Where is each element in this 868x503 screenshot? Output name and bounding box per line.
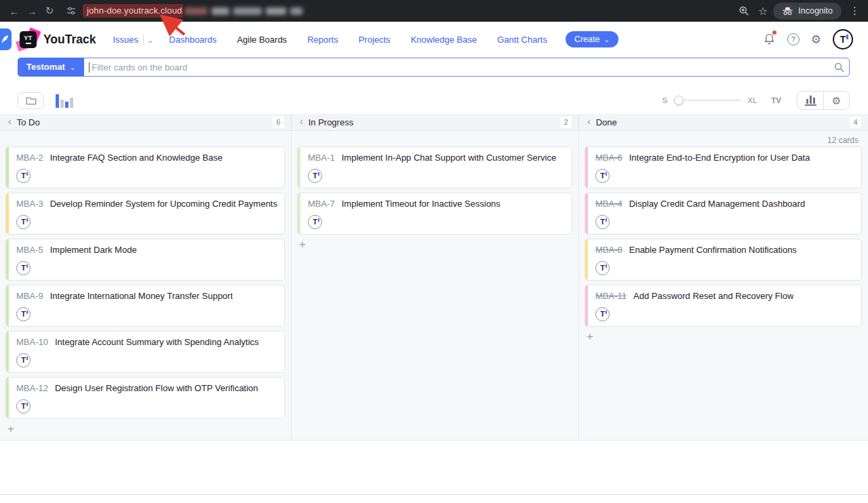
nav-projects[interactable]: Projects xyxy=(359,35,391,45)
card-mba-12[interactable]: MBA-12Design User Registration Flow with… xyxy=(5,377,285,419)
extension-feather-icon[interactable] xyxy=(0,28,12,50)
card-mba-8[interactable]: MBA-8Enable Payment Confirmation Notific… xyxy=(585,239,862,281)
card-mba-11[interactable]: MBA-11Add Password Reset and Recovery Fl… xyxy=(585,285,862,327)
search-icon[interactable] xyxy=(829,58,849,76)
card-title[interactable]: Design User Registration Flow with OTP V… xyxy=(55,383,258,393)
filter-cards-input[interactable]: Filter cards on the board xyxy=(84,62,829,73)
card-id[interactable]: MBA-4 xyxy=(595,199,623,209)
board-selector-button[interactable]: Testomat ⌄ xyxy=(18,58,84,77)
incognito-label: Incognito xyxy=(798,6,833,16)
slider-thumb[interactable] xyxy=(674,96,684,105)
user-avatar[interactable]: T xyxy=(833,29,853,49)
nav-dashboards[interactable]: Dashboards xyxy=(169,35,216,45)
card-id[interactable]: MBA-2 xyxy=(16,153,43,163)
card-id[interactable]: MBA-11 xyxy=(595,291,627,301)
card-title[interactable]: Implement Timeout for Inactive Sessions xyxy=(342,199,500,209)
assignee-avatar[interactable]: T xyxy=(16,215,31,229)
browser-menu-icon[interactable]: ⋮ xyxy=(847,5,863,17)
bookmark-star-icon[interactable]: ☆ xyxy=(758,5,768,18)
tv-mode-button[interactable]: TV xyxy=(771,96,781,104)
column-header-in-progress[interactable]: ‹In Progress2 xyxy=(291,114,578,130)
column-header-to-do[interactable]: ‹To Do6 xyxy=(0,114,291,130)
card-mba-10[interactable]: MBA-10Integrate Account Summary with Spe… xyxy=(5,331,285,373)
assignee-avatar[interactable]: T xyxy=(16,261,31,275)
nav-issues[interactable]: Issues xyxy=(113,35,139,45)
assignee-avatar[interactable]: T xyxy=(308,169,322,183)
nav-reports[interactable]: Reports xyxy=(307,35,338,45)
card-title[interactable]: Integrate Account Summary with Spending … xyxy=(55,337,259,347)
create-button[interactable]: Create ⌄ xyxy=(566,31,618,47)
card-mba-2[interactable]: MBA-2Integrate FAQ Section and Knowledge… xyxy=(5,146,285,188)
card-title[interactable]: Implement In-App Chat Support with Custo… xyxy=(342,153,556,163)
card-id[interactable]: MBA-6 xyxy=(595,153,623,163)
board-report-chart-button[interactable] xyxy=(797,92,823,109)
assignee-avatar[interactable]: T xyxy=(16,307,31,321)
card-mba-9[interactable]: MBA-9Integrate International Money Trans… xyxy=(5,285,285,327)
card-size-min-label: S xyxy=(663,96,668,104)
help-icon[interactable]: ? xyxy=(787,33,800,45)
card-id[interactable]: MBA-3 xyxy=(16,199,43,209)
column-header-done[interactable]: ‹Done4 xyxy=(578,114,868,130)
nav-knowledge-base[interactable]: Knowledge Base xyxy=(411,35,477,45)
assignee-avatar[interactable]: T xyxy=(16,399,31,414)
card-mba-7[interactable]: MBA-7Implement Timeout for Inactive Sess… xyxy=(297,193,572,235)
card-title[interactable]: Enable Payment Confirmation Notification… xyxy=(629,245,797,255)
url-text[interactable]: john-doe.youtrack.cloud xyxy=(83,4,183,18)
assignee-avatar[interactable]: T xyxy=(595,169,610,183)
collapse-column-icon[interactable]: ‹ xyxy=(8,116,12,127)
card-mba-6[interactable]: MBA-6Integrate End-to-End Encryption for… xyxy=(585,146,862,188)
card-id[interactable]: MBA-8 xyxy=(595,245,623,255)
zoom-icon[interactable] xyxy=(735,2,753,20)
forward-icon[interactable]: → xyxy=(23,2,41,20)
assignee-avatar[interactable]: T xyxy=(16,353,31,367)
chevron-down-icon[interactable]: ⌄ xyxy=(147,36,153,45)
card-id[interactable]: MBA-12 xyxy=(16,383,48,393)
card-id[interactable]: MBA-5 xyxy=(16,245,43,255)
reload-icon[interactable]: ↻ xyxy=(41,2,58,20)
column-title: To Do xyxy=(17,117,40,127)
board-settings-button[interactable]: ⚙ xyxy=(823,92,849,109)
collapse-column-icon[interactable]: ‹ xyxy=(587,116,591,127)
address-bar[interactable]: john-doe.youtrack.cloud xyxy=(64,3,302,19)
assignee-avatar[interactable]: T xyxy=(595,215,610,229)
card-id[interactable]: MBA-1 xyxy=(308,153,335,163)
card-id[interactable]: MBA-9 xyxy=(16,291,43,301)
assignee-avatar[interactable]: T xyxy=(16,169,31,183)
card-title[interactable]: Implement Dark Mode xyxy=(50,245,137,255)
add-card-button[interactable]: + xyxy=(7,423,20,435)
card-title[interactable]: Develop Reminder System for Upcoming Cre… xyxy=(50,199,277,209)
card-title[interactable]: Display Credit Card Management Dashboard xyxy=(629,199,805,209)
priority-stripe xyxy=(6,147,9,188)
add-card-button[interactable]: + xyxy=(587,331,599,343)
assignee-avatar[interactable]: T xyxy=(308,215,322,229)
add-card-button[interactable]: + xyxy=(299,239,311,251)
settings-gear-icon[interactable]: ⚙ xyxy=(811,34,821,45)
card-mba-4[interactable]: MBA-4Display Credit Card Management Dash… xyxy=(585,193,862,235)
card-title[interactable]: Integrate International Money Transfer S… xyxy=(50,291,233,301)
notifications-bell-icon[interactable] xyxy=(763,32,776,47)
assignee-avatar[interactable]: T xyxy=(595,261,610,275)
card-mba-3[interactable]: MBA-3Develop Reminder System for Upcomin… xyxy=(5,193,285,235)
back-icon[interactable]: ← xyxy=(5,2,23,20)
card-id[interactable]: MBA-7 xyxy=(308,199,335,209)
text-caret xyxy=(89,62,90,73)
nav-agile-boards[interactable]: Agile Boards xyxy=(237,35,287,45)
priority-stripe xyxy=(298,147,300,188)
column-count-badge: 6 xyxy=(273,117,284,128)
priority-stripe xyxy=(585,285,588,326)
nav-gantt-charts[interactable]: Gantt Charts xyxy=(497,35,547,45)
youtrack-logo[interactable]: YT YouTrack xyxy=(19,31,96,49)
card-id[interactable]: MBA-10 xyxy=(16,337,48,347)
card-title[interactable]: Integrate FAQ Section and Knowledge Base xyxy=(50,153,222,163)
board-chart-icon[interactable] xyxy=(56,94,73,108)
card-title[interactable]: Add Password Reset and Recovery Flow xyxy=(633,291,793,301)
column-done: MBA-6Integrate End-to-End Encryption for… xyxy=(578,131,868,441)
site-info-icon[interactable] xyxy=(64,3,79,18)
collapse-column-icon[interactable]: ‹ xyxy=(300,116,303,127)
card-mba-1[interactable]: MBA-1Implement In-App Chat Support with … xyxy=(297,146,572,188)
assignee-avatar[interactable]: T xyxy=(595,307,610,321)
card-size-slider[interactable] xyxy=(673,100,741,101)
card-title[interactable]: Integrate End-to-End Encryption for User… xyxy=(629,153,810,163)
card-mba-5[interactable]: MBA-5Implement Dark ModeT xyxy=(5,239,285,281)
backlog-folder-button[interactable] xyxy=(18,92,44,109)
